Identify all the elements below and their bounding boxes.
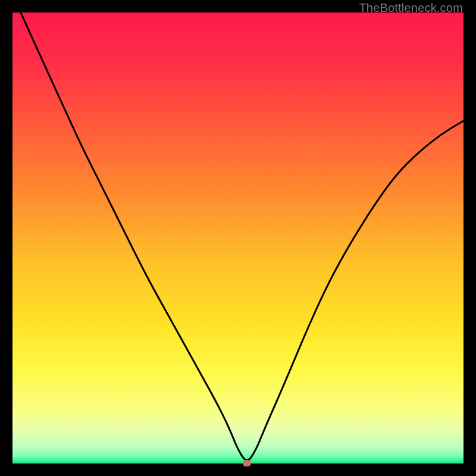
chart-frame (12, 12, 464, 464)
watermark-text: TheBottleneck.com (359, 1, 463, 15)
bottleneck-plot (12, 12, 464, 464)
optimal-point-marker (243, 460, 251, 466)
gradient-background (12, 12, 464, 464)
